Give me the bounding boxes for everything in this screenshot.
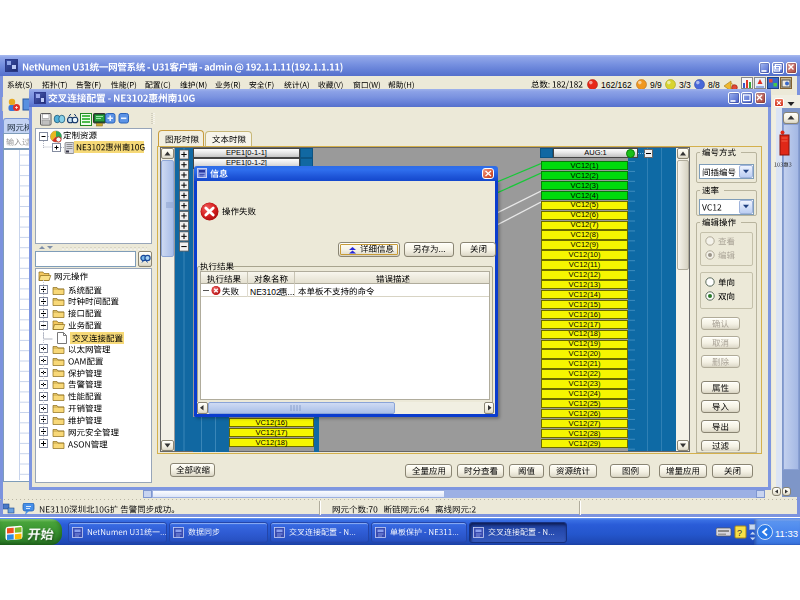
svg-text:?: ?	[737, 528, 742, 538]
